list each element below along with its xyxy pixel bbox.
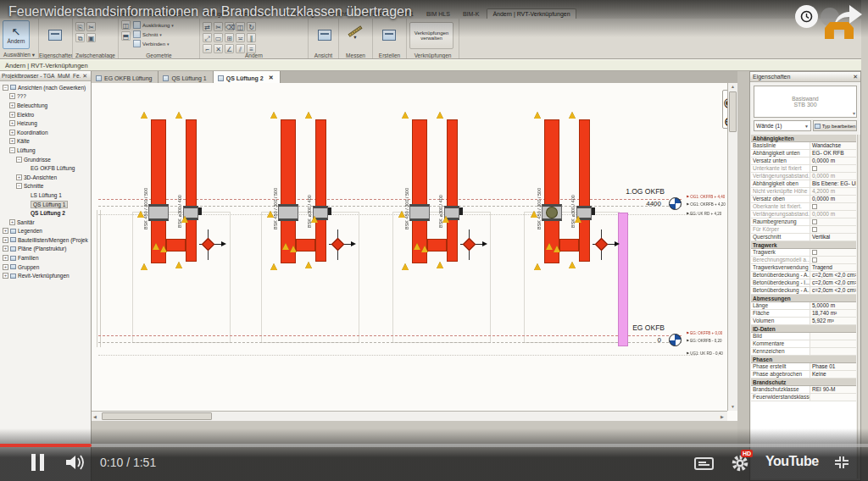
- property-row-raumbegrenzung[interactable]: Raumbegrenzung: [751, 218, 856, 226]
- pause-button[interactable]: [31, 454, 45, 471]
- tree-item-ansichten-nach-gewerken[interactable]: −Ansichten (nach Gewerken): [0, 83, 91, 92]
- expand-plus-icon[interactable]: +: [3, 237, 8, 243]
- modify-tool-icon[interactable]: ▭: [214, 33, 223, 42]
- type-selector[interactable]: Basiswand STB 300 ▾: [754, 86, 857, 118]
- property-row-länge[interactable]: Länge5,0000 m: [751, 302, 856, 310]
- warning-triangle-icon[interactable]: [153, 243, 159, 250]
- tree-item-pläne-planstruktur[interactable]: +Pläne (Planstruktur): [0, 245, 91, 254]
- property-row-versatz-oben[interactable]: Versatz oben0,0000 m: [751, 196, 856, 203]
- warning-triangle-icon[interactable]: [160, 246, 167, 252]
- property-row-phase-abgebrochen[interactable]: Phase abgebrochenKeine: [751, 371, 856, 379]
- tree-item-bauteillisten-mengen-projek[interactable]: +Bauteillisten/Mengen (Projek: [0, 235, 91, 245]
- property-section-brandschutz[interactable]: Brandschutz: [751, 379, 856, 386]
- warning-triangle-icon[interactable]: [175, 112, 182, 119]
- tree-item-elektro[interactable]: +Elektro: [0, 110, 91, 119]
- measure-button[interactable]: ▾: [342, 20, 369, 49]
- property-row-unterkante-ist-fixiert[interactable]: Unterkante ist fixiert: [751, 165, 856, 173]
- modify-tool-icon[interactable]: ⤢: [203, 33, 212, 42]
- drawing-canvas[interactable]: BSK 450 / 300 / 500BSK ø300 / 400BSK 450…: [92, 83, 737, 421]
- warning-triangle-icon[interactable]: [305, 262, 312, 268]
- scroll-down-icon[interactable]: ▼: [731, 404, 735, 409]
- warning-triangle-icon[interactable]: [175, 262, 182, 268]
- tree-item-legenden[interactable]: +Legenden: [0, 227, 91, 236]
- property-row-querschnitt[interactable]: QuerschnittVertikal: [751, 234, 856, 241]
- properties-scrollbar[interactable]: [857, 135, 860, 478]
- scroll-right-icon[interactable]: ▶: [721, 414, 724, 419]
- property-row-abhängigkeit-oben[interactable]: Abhängigkeit obenBis Ebene: EG- UK...: [751, 180, 856, 188]
- air-valve-symbol[interactable]: [331, 238, 345, 252]
- modify-tool-icon[interactable]: ≍: [236, 33, 245, 42]
- property-row-phase-erstellt[interactable]: Phase erstelltPhase 01: [751, 363, 856, 371]
- air-valve-symbol[interactable]: [202, 238, 215, 252]
- property-row-brandschutzklasse[interactable]: BrandschutzklasseREI 90-M: [751, 386, 856, 394]
- air-valve-symbol[interactable]: [463, 238, 476, 252]
- warning-triangle-icon[interactable]: [270, 263, 277, 270]
- property-row-kommentare[interactable]: Kommentare: [751, 340, 856, 348]
- tree-item-koordination[interactable]: +Koordination: [0, 128, 91, 137]
- property-row-feuerwiderstandsklasse[interactable]: Feuerwiderstandsklasse: [751, 394, 856, 401]
- warning-triangle-icon[interactable]: [534, 112, 541, 119]
- warning-triangle-icon[interactable]: [402, 263, 409, 270]
- tree-item-lüftung[interactable]: −Lüftung: [0, 146, 91, 155]
- expand-plus-icon[interactable]: +: [9, 219, 15, 225]
- warning-triangle-icon[interactable]: [398, 211, 405, 218]
- warning-triangle-icon[interactable]: [141, 263, 147, 270]
- warning-triangle-icon[interactable]: [414, 243, 420, 250]
- clipboard-tool-icon[interactable]: ▣: [86, 33, 96, 42]
- view-tools-button[interactable]: [311, 20, 338, 49]
- geometry-tool-ausklinkung[interactable]: Ausklinkung▾: [133, 20, 174, 30]
- property-row-verlängerungsabstand[interactable]: Verlängerungsabstand...0,0000 m: [751, 173, 856, 180]
- tree-item-schnitte[interactable]: −Schnitte: [0, 182, 91, 191]
- warning-triangle-icon[interactable]: [437, 262, 443, 268]
- property-row-versatz-unten[interactable]: Versatz unten0,0000 m: [751, 158, 856, 165]
- tree-item-kälte[interactable]: +Kälte: [0, 137, 91, 147]
- air-valve-symbol[interactable]: [595, 238, 609, 252]
- property-row-betonüberdeckung-a[interactable]: Betonüberdeckung - A...c=2,0cm <2,0 cm>: [751, 287, 856, 295]
- panel-splitter[interactable]: [737, 71, 749, 481]
- collapse-minus-icon[interactable]: −: [16, 183, 22, 189]
- close-icon[interactable]: ✕: [853, 74, 858, 80]
- modify-tool-icon[interactable]: ∥: [247, 33, 256, 42]
- tree-item-qs-lüftung-1[interactable]: QS Lüftung 1: [0, 200, 91, 209]
- expand-plus-icon[interactable]: +: [3, 255, 8, 261]
- warning-triangle-icon[interactable]: [311, 216, 318, 223]
- tree-item-gruppen[interactable]: +Gruppen: [0, 263, 91, 272]
- expand-plus-icon[interactable]: +: [16, 174, 22, 180]
- property-row-volumen[interactable]: Volumen5,922 m³: [751, 318, 856, 325]
- edit-type-button[interactable]: Typ bearbeiten: [813, 120, 857, 131]
- expand-plus-icon[interactable]: +: [9, 112, 15, 118]
- warning-triangle-icon[interactable]: [569, 262, 576, 268]
- warning-triangle-icon[interactable]: [282, 243, 289, 250]
- checkbox[interactable]: [812, 204, 817, 209]
- tree-item-heizung[interactable]: +Heizung: [0, 119, 91, 128]
- checkbox[interactable]: [812, 257, 817, 263]
- warning-triangle-icon[interactable]: [437, 112, 443, 119]
- warning-triangle-icon[interactable]: [402, 112, 409, 119]
- property-row-nicht-verknüpfte-höhe[interactable]: Nicht verknüpfte Höhe4,2000 m: [751, 188, 856, 196]
- modify-tool-icon[interactable]: ⊞: [225, 33, 234, 42]
- modify-tool-icon[interactable]: ⌫: [225, 22, 234, 31]
- tree-item-eg-okfb-lüftung[interactable]: EG OKFB Lüftung: [0, 163, 91, 173]
- expand-plus-icon[interactable]: +: [3, 228, 8, 234]
- checkbox[interactable]: [812, 250, 817, 255]
- tree-item-qs-lüftung-2[interactable]: QS Lüftung 2: [0, 208, 91, 218]
- expand-plus-icon[interactable]: +: [9, 120, 15, 126]
- youtube-logo[interactable]: YouTube: [765, 454, 819, 469]
- property-section-abhängigkeiten[interactable]: Abhängigkeiten: [751, 135, 856, 142]
- expand-plus-icon[interactable]: +: [9, 93, 15, 99]
- element-filter-dropdown[interactable]: Wände (1) ▼: [754, 120, 811, 131]
- modify-tool-icon[interactable]: ◫: [236, 22, 245, 31]
- video-title[interactable]: Feuerwiderstandsinformationen an Brandsc…: [8, 4, 412, 19]
- checkbox[interactable]: [812, 166, 817, 171]
- property-row-bild[interactable]: Bild: [751, 333, 856, 340]
- horizontal-duct[interactable]: [166, 239, 186, 252]
- property-row-oberkante-ist-fixiert[interactable]: Oberkante ist fixiert.: [751, 203, 856, 211]
- player-size-icon[interactable]: [834, 456, 849, 469]
- warning-triangle-icon[interactable]: [531, 211, 537, 218]
- clipboard-tool-icon[interactable]: ⧉: [75, 33, 85, 42]
- warning-triangle-icon[interactable]: [442, 216, 449, 223]
- tree-item-[interactable]: +???: [0, 92, 91, 102]
- warning-triangle-icon[interactable]: [554, 246, 560, 252]
- expand-plus-icon[interactable]: +: [9, 130, 15, 135]
- property-row-verlängerungsabstand[interactable]: Verlängerungsabstand...0,0000 m: [751, 211, 856, 218]
